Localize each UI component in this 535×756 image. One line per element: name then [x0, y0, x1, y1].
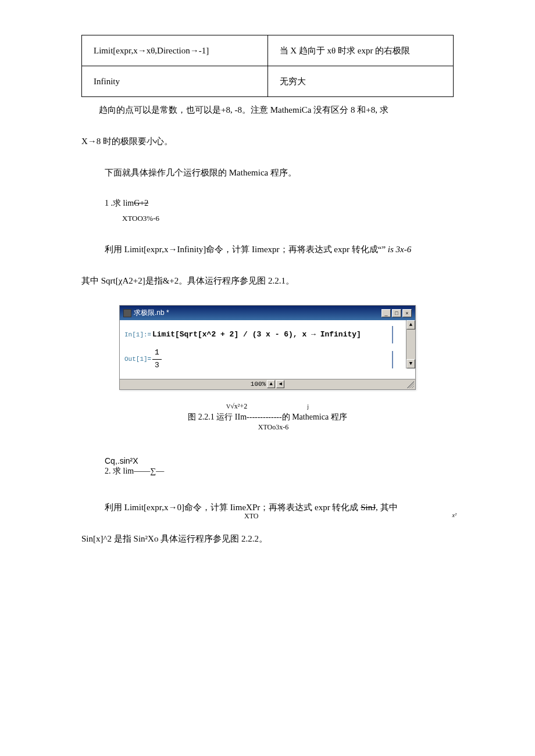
- window-title: 求极限.nb *: [134, 307, 169, 318]
- problem-2: Cq,.sin²X 2. 求 lim——∑—: [105, 456, 454, 476]
- minimize-button[interactable]: _: [381, 309, 391, 317]
- problem-1-den: XTOO3%-6: [81, 213, 454, 225]
- table-cell-r1c2: 当 X 趋向于 xθ 时求 expr 的右极限: [268, 35, 454, 66]
- window-statusbar: 100% ▲ ◀: [120, 379, 415, 389]
- zoom-label: 100%: [251, 379, 266, 390]
- caption-main: 图 2.2.1 运行 IIm-------------的 Mathemica 程…: [81, 411, 454, 423]
- cell-bracket-icon[interactable]: [388, 351, 393, 368]
- p5-strike: SinJ: [361, 503, 376, 512]
- p3-text: 利用 Limit[expr,x→Infinity]命令，计算 Iimexpr；再…: [105, 245, 388, 254]
- table-row: Infinity 无穷大: [82, 66, 454, 97]
- maximize-button[interactable]: □: [392, 309, 401, 317]
- paragraph-note: 趋向的点可以是常数，也可以是+8, -8。注意 MathemiCa 没有区分 8…: [81, 103, 454, 117]
- output-value: 1 3: [152, 347, 385, 372]
- paragraph-explain1b: 其中 Sqrt[χA2+2]是指&+2。具体运行程序参见图 2.2.1。: [81, 274, 454, 288]
- cell-bracket-icon[interactable]: [388, 326, 393, 343]
- scroll-down-icon[interactable]: ▼: [406, 359, 415, 368]
- window-titlebar[interactable]: 求极限.nb * _ □ ×: [120, 306, 415, 320]
- mathematica-window: 求极限.nb * _ □ × In[1]:= Limit[Sqrt[x^2 + …: [119, 305, 416, 390]
- problem-1-strike: G+2: [134, 199, 148, 207]
- close-button[interactable]: ×: [402, 309, 412, 317]
- p5-text2: , 其中: [376, 503, 398, 512]
- problem-2-line2: 2. 求 lim——∑—: [105, 466, 454, 476]
- paragraph-explain2: 利用 Limit[expr,x→0]命令，计算 IimeXPr；再将表达式 ex…: [81, 500, 454, 514]
- fraction-top: 1: [152, 347, 162, 360]
- caption-superline: V√x²+2 j: [81, 402, 454, 411]
- p3-italic: is 3x-6: [388, 245, 411, 254]
- figure-caption: V√x²+2 j 图 2.2.1 运行 IIm-------------的 Ma…: [81, 402, 454, 432]
- zoom-up-icon[interactable]: ▲: [267, 380, 275, 388]
- p2l1-text: Cq,.sin²X: [105, 456, 138, 465]
- table-row: Limit[expr,x→xθ,Direction→-1] 当 X 趋向于 xθ…: [82, 35, 454, 66]
- zoom-left-icon[interactable]: ◀: [276, 380, 284, 388]
- problem-2-line1: Cq,.sin²X: [105, 456, 454, 466]
- problem-1: 1 .求 limG+2: [105, 197, 454, 210]
- p5-subline: XTO: [244, 511, 258, 522]
- limit-table: Limit[expr,x→xθ,Direction→-1] 当 X 趋向于 xθ…: [81, 35, 454, 97]
- problem-1-text: 1 .求 lim: [105, 199, 134, 207]
- caption-j: j: [307, 403, 309, 410]
- output-label: Out[1]=: [124, 354, 152, 365]
- table-cell-r2c2: 无穷大: [268, 66, 454, 97]
- input-row: In[1]:= Limit[Sqrt[x^2 + 2] / (3 x - 6),…: [124, 326, 393, 343]
- window-body: In[1]:= Limit[Sqrt[x^2 + 2] / (3 x - 6),…: [120, 320, 415, 379]
- table-cell-r1c1: Limit[expr,x→xθ,Direction→-1]: [82, 35, 268, 66]
- paragraph-explain2b: Sin[x]^2 是指 Sin²Xo 具体运行程序参见图 2.2.2。: [81, 532, 454, 546]
- p5-text: 利用 Limit[expr,x→0]命令，计算 IimeXPr；再将表达式 ex…: [105, 503, 361, 512]
- input-code[interactable]: Limit[Sqrt[x^2 + 2] / (3 x - 6), x → Inf…: [152, 329, 385, 341]
- resize-grip-icon[interactable]: [407, 381, 414, 388]
- scroll-up-icon[interactable]: ▲: [406, 320, 415, 329]
- zoom-control: 100% ▲ ◀: [251, 379, 284, 390]
- table-cell-r2c1: Infinity: [82, 66, 268, 97]
- caption-formula-top: √x²+2: [230, 402, 247, 410]
- app-icon: [123, 309, 131, 317]
- caption-formula-bot: XTOo3x-6: [81, 422, 454, 432]
- output-row: Out[1]= 1 3: [124, 347, 393, 372]
- fraction: 1 3: [152, 347, 162, 372]
- paragraph-note-cont: X→8 时的极限要小心。: [81, 134, 454, 148]
- paragraph-intro: 下面就具体操作几个运行极限的 Mathemica 程序。: [81, 166, 454, 180]
- fraction-bot: 3: [152, 360, 162, 372]
- p5-annot: x²: [452, 511, 456, 520]
- paragraph-explain1: 利用 Limit[expr,x→Infinity]命令，计算 Iimexpr；再…: [81, 242, 454, 256]
- window-buttons: _ □ ×: [381, 309, 412, 317]
- titlebar-left: 求极限.nb *: [123, 307, 169, 318]
- vertical-scrollbar[interactable]: ▲ ▼: [406, 320, 415, 368]
- input-label: In[1]:=: [124, 330, 152, 341]
